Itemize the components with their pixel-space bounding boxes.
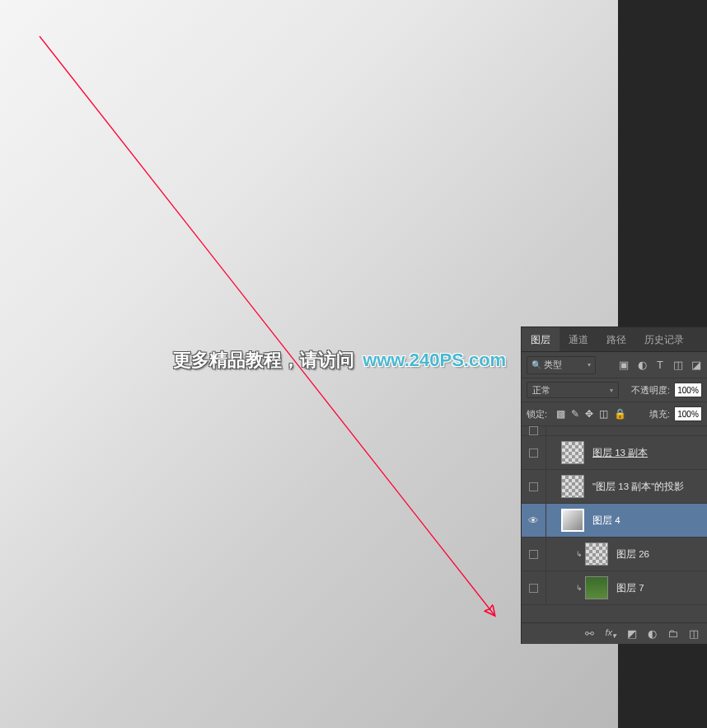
lock-brush-icon[interactable]: ✎ [571,408,579,420]
filter-adjust-icon[interactable]: ◐ [636,359,648,371]
new-layer-icon[interactable]: ◫ [689,627,699,640]
layer-thumbnail[interactable] [561,509,584,532]
tab-history[interactable]: 历史记录 [635,327,693,351]
layer-row[interactable]: ↳图层 7 [522,571,707,605]
watermark-zh: 更多精品教程，请访问 [173,350,354,370]
clip-icon: ↳ [576,584,583,592]
layer-row[interactable]: 图层 4 [522,504,707,538]
visibility-toggle[interactable] [529,584,538,593]
tab-channels[interactable]: 通道 [560,327,597,351]
watermark-url: www.240PS.com [363,350,506,370]
fx-icon[interactable]: fx▾ [605,627,616,640]
panel-tabs: 图层 通道 路径 历史记录 [522,327,707,352]
filter-icons: ▣ ◐ T ◫ ◪ [618,359,702,371]
lock-transparent-icon[interactable]: ▩ [556,408,565,420]
layers-list[interactable]: 图层 13 副本"图层 13 副本"的投影图层 4↳图层 26↳图层 7 [522,426,707,622]
search-icon [531,359,544,369]
layer-thumbnail[interactable] [561,441,584,464]
visibility-toggle[interactable] [529,449,538,458]
layers-panel: 图层 通道 路径 历史记录 类型 ▾ ▣ ◐ T ◫ ◪ 正常 ▾ 不透明度: … [521,326,707,644]
watermark-text: 更多精品教程，请访问 www.240PS.com [173,348,506,373]
lock-row: 锁定: ▩ ✎ ✥ ◫ 🔒 填充: 100% [522,402,707,426]
filter-type-label: 类型 [544,359,562,369]
layer-name[interactable]: 图层 26 [616,548,649,561]
layer-thumbnail[interactable] [585,576,608,599]
blend-mode-select[interactable]: 正常 ▾ [527,382,619,398]
layer-row[interactable]: ↳图层 26 [522,538,707,571]
lock-icons: ▩ ✎ ✥ ◫ 🔒 [556,408,626,420]
filter-shape-icon[interactable]: ◫ [672,359,684,371]
filter-pixel-icon[interactable]: ▣ [618,359,630,371]
layer-row-partial[interactable] [522,426,707,436]
group-icon[interactable]: 🗀 [667,627,678,640]
layer-name[interactable]: 图层 7 [616,582,644,594]
visibility-toggle[interactable] [529,550,538,559]
lock-all-icon[interactable]: 🔒 [614,408,626,420]
lock-move-icon[interactable]: ✥ [585,408,593,420]
layer-thumbnail[interactable] [561,475,584,498]
svg-line-0 [40,36,494,615]
filter-type-select[interactable]: 类型 ▾ [527,356,596,374]
link-layers-icon[interactable]: ⚯ [585,627,594,640]
filter-type-icon[interactable]: T [654,359,666,371]
tab-paths[interactable]: 路径 [597,327,635,351]
panel-footer: ⚯ fx▾ ◩ ◐ 🗀 ◫ [522,622,707,644]
opacity-label: 不透明度: [631,384,670,397]
clip-icon: ↳ [576,550,583,558]
mask-icon[interactable]: ◩ [627,627,637,640]
layer-thumbnail[interactable] [585,542,608,566]
lock-artboard-icon[interactable]: ◫ [599,408,608,420]
filter-row: 类型 ▾ ▣ ◐ T ◫ ◪ [522,352,707,378]
layer-name[interactable]: 图层 13 副本 [592,447,648,459]
visibility-toggle[interactable] [529,482,538,491]
tab-layers[interactable]: 图层 [522,327,560,351]
fill-label: 填充: [649,408,670,420]
visibility-toggle[interactable] [529,426,538,435]
layer-row[interactable]: "图层 13 副本"的投影 [522,470,707,504]
layer-name[interactable]: "图层 13 副本"的投影 [592,481,684,493]
layer-row[interactable]: 图层 13 副本 [522,436,707,470]
layer-name[interactable]: 图层 4 [592,514,620,527]
chevron-down-icon: ▾ [588,361,591,369]
chevron-down-icon: ▾ [610,387,613,394]
adjustment-icon[interactable]: ◐ [648,627,657,640]
blend-row: 正常 ▾ 不透明度: 100% [522,378,707,402]
blend-mode-value: 正常 [532,384,550,397]
opacity-input[interactable]: 100% [674,383,702,397]
filter-smart-icon[interactable]: ◪ [691,359,702,371]
eye-icon[interactable] [528,514,539,527]
fill-input[interactable]: 100% [674,406,702,421]
lock-label: 锁定: [527,408,547,420]
